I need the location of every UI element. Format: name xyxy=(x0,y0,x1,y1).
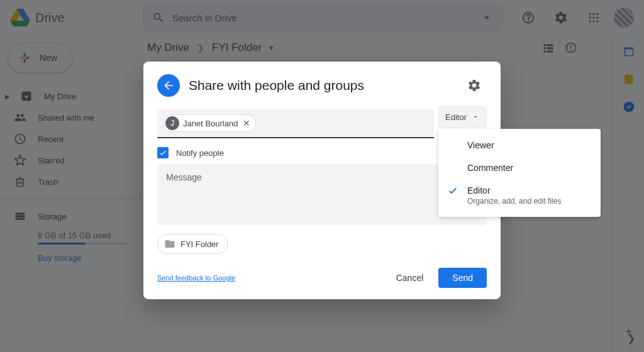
gear-icon xyxy=(467,79,481,92)
role-option-viewer[interactable]: Viewer xyxy=(438,134,601,157)
notify-row: Notify people xyxy=(157,138,487,165)
role-dropdown-button[interactable]: Editor xyxy=(438,106,487,128)
people-input-field[interactable]: J Janet Bourland ✕ xyxy=(157,109,434,138)
check-icon xyxy=(447,185,458,197)
arrow-left-icon xyxy=(162,79,175,92)
chip-avatar: J xyxy=(165,116,179,130)
notify-checkbox[interactable] xyxy=(157,147,169,158)
person-chip[interactable]: J Janet Bourland ✕ xyxy=(164,114,256,132)
shared-folder-chip: FYI Folder xyxy=(157,234,228,254)
role-menu: Viewer Commenter Editor Organize, add, a… xyxy=(438,129,601,217)
chip-name: Janet Bourland xyxy=(183,119,238,128)
check-icon xyxy=(158,148,167,157)
send-button[interactable]: Send xyxy=(438,268,487,288)
role-option-label: Commenter xyxy=(467,163,513,173)
role-option-label: Viewer xyxy=(467,140,494,150)
role-dropdown-label: Editor xyxy=(445,113,467,122)
back-button[interactable] xyxy=(157,74,180,97)
role-option-editor[interactable]: Editor Organize, add, and edit files xyxy=(438,179,601,212)
share-settings-button[interactable] xyxy=(462,73,487,98)
dialog-title: Share with people and groups xyxy=(189,78,364,93)
chip-remove-icon[interactable]: ✕ xyxy=(242,118,252,128)
message-placeholder: Message xyxy=(166,172,202,182)
role-option-label: Editor xyxy=(467,185,491,195)
folder-name: FYI Folder xyxy=(180,239,219,249)
cancel-button[interactable]: Cancel xyxy=(389,268,431,288)
feedback-link[interactable]: Send feedback to Google xyxy=(157,274,235,282)
role-option-commenter[interactable]: Commenter xyxy=(438,157,601,179)
notify-label: Notify people xyxy=(176,148,224,158)
message-input[interactable]: Message xyxy=(157,165,487,225)
role-option-desc: Organize, add, and edit files xyxy=(467,197,589,206)
chevron-down-icon xyxy=(472,113,479,121)
folder-icon xyxy=(164,238,175,250)
